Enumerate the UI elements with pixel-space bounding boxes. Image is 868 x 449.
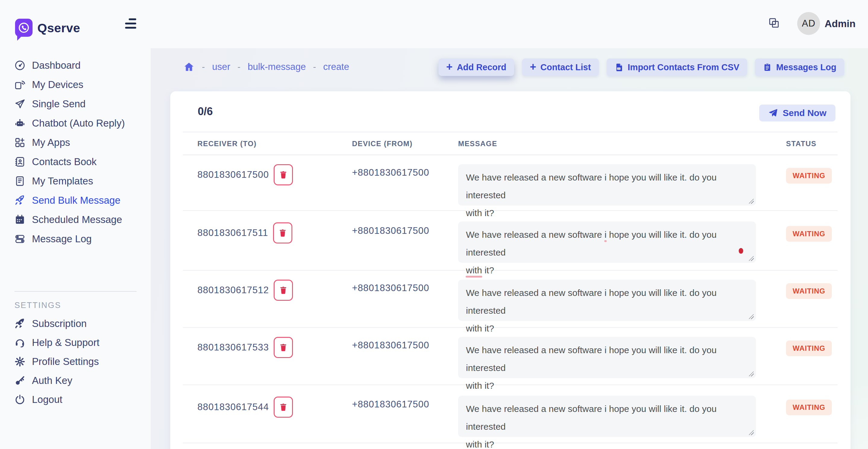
table-body: 8801830617500 +8801830617500 We have rel… — [183, 155, 838, 443]
csv-file-icon — [615, 62, 624, 72]
receiver-cell: 8801830617512 — [197, 280, 293, 301]
home-icon[interactable] — [183, 61, 195, 73]
hamburger-menu-icon[interactable] — [125, 19, 136, 29]
sidebar-item-subscription[interactable]: Subscription — [0, 314, 151, 333]
message-textarea[interactable]: We have released a new software i hope y… — [458, 280, 756, 321]
column-header-status: STATUS — [786, 139, 816, 148]
table-header-row: RECEIVER (TO) DEVICE (FROM) MESSAGE STAT… — [183, 132, 838, 155]
device-number: +8801830617500 — [352, 283, 429, 293]
send-now-button[interactable]: Send Now — [759, 104, 835, 122]
sidebar-item-message-log[interactable]: Message Log — [0, 229, 151, 249]
sidebar-divider — [14, 291, 136, 292]
resize-handle-icon[interactable] — [749, 199, 754, 204]
status-badge: WAITING — [786, 283, 832, 299]
sidebar-item-auth-key[interactable]: Auth Key — [0, 371, 151, 390]
sidebar-item-help-support[interactable]: Help & Support — [0, 333, 151, 352]
spellcheck-underline: i — [604, 230, 607, 239]
device-number: +8801830617500 — [352, 399, 429, 410]
sidebar-item-my-devices[interactable]: My Devices — [0, 75, 151, 94]
receiver-cell: 8801830617533 — [197, 337, 293, 358]
resize-handle-icon[interactable] — [749, 314, 754, 319]
delete-row-button[interactable] — [274, 280, 293, 301]
table-row: 8801830617544 +8801830617500 We have rel… — [183, 385, 838, 443]
message-cell: We have released a new software i hope y… — [458, 396, 756, 437]
delete-row-button[interactable] — [274, 396, 293, 418]
message-textarea[interactable]: We have released a new software i hope y… — [458, 337, 756, 378]
sidebar-item-single-send[interactable]: Single Send — [0, 94, 151, 114]
trash-icon — [278, 228, 287, 238]
messages-log-button[interactable]: Messages Log — [755, 59, 844, 76]
rocket-filled-icon — [14, 318, 26, 330]
sidebar-item-profile-settings[interactable]: Profile Settings — [0, 352, 151, 371]
sidebar-item-logout[interactable]: Logout — [0, 390, 151, 409]
app: Qserve AD Admin Dashboard — [0, 0, 868, 449]
receiver-number: 8801830617533 — [197, 342, 269, 353]
sidebar-item-scheduled-message[interactable]: Scheduled Message — [0, 210, 151, 229]
whatsapp-icon — [17, 21, 30, 34]
delete-row-button[interactable] — [273, 222, 292, 244]
calendar-icon — [14, 214, 26, 226]
message-cell: We have released a new software i hope y… — [458, 164, 756, 205]
receiver-number: 8801830617511 — [197, 227, 268, 238]
contact-list-button[interactable]: + Contact List — [522, 59, 599, 76]
trash-icon — [279, 343, 288, 352]
window-copy-icon[interactable] — [768, 17, 780, 29]
status-cell: WAITING — [786, 341, 832, 356]
robot-icon — [14, 117, 26, 129]
message-textarea[interactable]: We have released a new software i hope y… — [458, 222, 756, 263]
column-header-receiver: RECEIVER (TO) — [197, 139, 256, 148]
settings-section-label: SETTINGS — [14, 301, 61, 310]
grammar-checker-dot[interactable] — [739, 248, 743, 254]
sidebar-item-chatbot[interactable]: Chatbot (Auto Reply) — [0, 114, 151, 133]
dashboard-icon — [14, 59, 26, 71]
receiver-number: 8801830617544 — [197, 402, 269, 413]
delete-row-button[interactable] — [274, 337, 293, 358]
resize-handle-icon[interactable] — [749, 430, 754, 435]
user-avatar[interactable]: AD — [797, 12, 820, 35]
sidebar-item-send-bulk-message[interactable]: Send Bulk Message — [0, 191, 151, 210]
status-badge: WAITING — [786, 168, 832, 184]
bulk-message-card: 0/6 Send Now RECEIVER (TO) DEVICE (FROM)… — [170, 91, 850, 449]
delete-row-button[interactable] — [274, 164, 293, 185]
user-name[interactable]: Admin — [825, 18, 856, 30]
trash-icon — [279, 402, 288, 412]
key-icon — [14, 375, 26, 387]
device-number: +8801830617500 — [352, 340, 429, 351]
status-badge: WAITING — [786, 226, 832, 242]
breadcrumb: - user - bulk-message - create — [183, 60, 349, 74]
breadcrumb-item-bulk-message[interactable]: bulk-message — [248, 62, 306, 72]
resize-handle-icon[interactable] — [749, 256, 754, 261]
status-cell: WAITING — [786, 168, 832, 184]
paper-plane-icon — [14, 98, 26, 110]
message-textarea[interactable]: We have released a new software i hope y… — [458, 164, 756, 205]
sidebar-item-my-apps[interactable]: My Apps — [0, 133, 151, 152]
sidebar-item-my-templates[interactable]: My Templates — [0, 171, 151, 191]
receiver-cell: 8801830617511 — [197, 222, 292, 244]
receiver-cell: 8801830617544 — [197, 396, 293, 418]
sidebar-nav: Dashboard My Devices Single Send — [0, 56, 151, 249]
receiver-number: 8801830617512 — [197, 285, 269, 296]
toggles-icon — [14, 233, 26, 245]
top-header: Qserve AD Admin — [0, 0, 868, 48]
status-badge: WAITING — [786, 399, 832, 415]
resize-handle-icon[interactable] — [749, 372, 754, 376]
breadcrumb-item-user[interactable]: user — [212, 62, 230, 72]
message-cell: We have released a new software i hope y… — [458, 222, 756, 263]
brand-logo[interactable] — [15, 19, 33, 37]
add-record-button[interactable]: + Add Record — [438, 59, 514, 76]
sidebar-item-dashboard[interactable]: Dashboard — [0, 56, 151, 75]
receiver-cell: 8801830617500 — [197, 164, 293, 185]
table-row: 8801830617512 +8801830617500 We have rel… — [183, 270, 838, 328]
breadcrumb-separator: - — [238, 62, 241, 72]
import-contacts-csv-button[interactable]: Import Contacts From CSV — [607, 59, 747, 76]
message-cell: We have released a new software i hope y… — [458, 337, 756, 378]
breadcrumb-separator: - — [202, 62, 205, 72]
table-row: 8801830617511 +8801830617500 We have rel… — [183, 211, 838, 270]
breadcrumb-item-create[interactable]: create — [323, 62, 349, 72]
sidebar-item-contacts-book[interactable]: Contacts Book — [0, 152, 151, 171]
plus-icon: + — [446, 62, 453, 72]
contacts-book-icon — [14, 156, 26, 168]
device-number: +8801830617500 — [352, 225, 429, 236]
message-textarea[interactable]: We have released a new software i hope y… — [458, 396, 756, 437]
brand-name: Qserve — [37, 21, 80, 35]
